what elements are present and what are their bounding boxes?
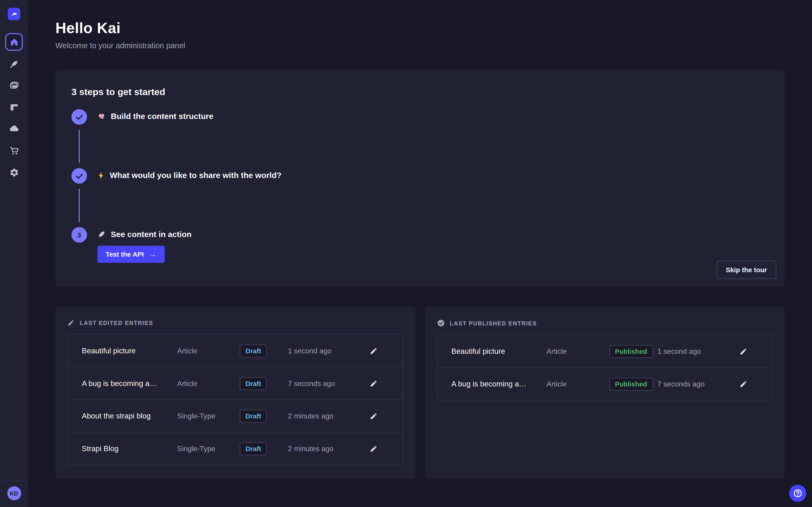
- entry-kind: Article: [177, 379, 240, 388]
- entry-row: About the strapi blog Single-Type Draft …: [68, 399, 403, 432]
- strapi-logo[interactable]: [8, 8, 20, 20]
- step-2-rail: [71, 168, 87, 227]
- entry-time: 1 second ago: [288, 347, 370, 355]
- sidebar-item-settings[interactable]: [5, 164, 23, 181]
- entry-row: Strapi Blog Single-Type Draft 2 minutes …: [68, 432, 403, 465]
- step-1-body: Build the content structure: [97, 109, 213, 168]
- last-published-panel: LAST PUBLISHED ENTRIES Beautiful picture…: [425, 307, 785, 478]
- check-circle-icon: [437, 319, 445, 327]
- entries-table: Beautiful picture Article Published 1 se…: [437, 335, 773, 400]
- sidebar-item-cloud[interactable]: [5, 120, 23, 138]
- onboarding-step-3: 3 See content in action: [71, 227, 768, 263]
- last-published-title: LAST PUBLISHED ENTRIES: [450, 320, 537, 326]
- step-1-rail: [71, 109, 87, 168]
- step-connector: [79, 189, 80, 222]
- media-pictures-icon: [9, 80, 19, 90]
- entry-row: A bug is becoming a… Article Draft 7 sec…: [68, 367, 403, 399]
- edit-entry-button[interactable]: [739, 380, 747, 388]
- entries-panels: LAST EDITED ENTRIES Beautiful picture Ar…: [55, 307, 785, 478]
- user-avatar[interactable]: KD: [7, 486, 21, 500]
- brain-emoji-icon: [97, 112, 106, 121]
- strapi-logo-icon: [10, 10, 17, 17]
- sidebar: KD: [0, 0, 28, 507]
- page-title: Hello Kai: [55, 19, 785, 37]
- test-the-api-button[interactable]: Test the API →: [97, 246, 165, 263]
- onboarding-steps: Build the content structure: [71, 109, 768, 263]
- sidebar-item-marketplace[interactable]: [5, 142, 23, 159]
- pencil-icon: [370, 347, 377, 354]
- step-3-body: See content in action Test the API →: [97, 227, 192, 263]
- sidebar-item-media-library[interactable]: [5, 76, 23, 94]
- entry-status-badge: Draft: [240, 409, 267, 422]
- entries-table: Beautiful picture Article Draft 1 second…: [67, 334, 403, 465]
- entry-time: 2 minutes ago: [288, 412, 370, 420]
- pencil-icon: [67, 319, 74, 327]
- entry-kind: Single-Type: [177, 412, 240, 420]
- lightning-emoji-icon: [97, 171, 105, 179]
- rocket-emoji-icon: [97, 230, 106, 239]
- entry-row: Beautiful picture Article Draft 1 second…: [68, 335, 403, 367]
- entry-status-badge: Draft: [240, 377, 267, 390]
- gear-icon: [9, 167, 19, 177]
- entry-kind: Single-Type: [177, 444, 240, 453]
- entry-time: 7 seconds ago: [658, 380, 740, 388]
- pencil-icon: [370, 412, 377, 420]
- layout-window-icon: [9, 102, 19, 112]
- sidebar-divider: [0, 27, 28, 27]
- step-3-label: See content in action: [111, 230, 192, 239]
- entry-status-badge: Draft: [240, 344, 267, 357]
- entry-kind: Article: [547, 380, 609, 388]
- check-icon: [71, 109, 87, 125]
- cloud-icon: [9, 124, 19, 134]
- entry-kind: Article: [547, 347, 609, 355]
- page-subtitle: Welcome to your administration panel: [55, 41, 785, 50]
- sidebar-item-home[interactable]: [5, 33, 23, 51]
- entry-title: A bug is becoming a…: [451, 380, 547, 388]
- arrow-right-icon: →: [150, 250, 156, 258]
- entry-title: A bug is becoming a…: [82, 379, 177, 388]
- check-icon: [71, 168, 87, 184]
- pencil-icon: [739, 380, 747, 388]
- step-2-label: What would you like to share with the wo…: [110, 171, 282, 180]
- step-1-label: Build the content structure: [111, 112, 213, 121]
- sidebar-bottom-divider: [0, 481, 28, 481]
- onboarding-step-1: Build the content structure: [71, 109, 768, 168]
- step-2-body: What would you like to share with the wo…: [97, 168, 282, 227]
- step-3-title[interactable]: See content in action: [97, 230, 192, 239]
- step-2-title[interactable]: What would you like to share with the wo…: [97, 171, 282, 180]
- step-1-title[interactable]: Build the content structure: [97, 112, 213, 121]
- entry-kind: Article: [177, 347, 240, 355]
- skip-the-tour-button[interactable]: Skip the tour: [717, 261, 776, 279]
- entry-title: Strapi Blog: [82, 444, 177, 453]
- last-edited-panel: LAST EDITED ENTRIES Beautiful picture Ar…: [55, 307, 415, 478]
- edit-entry-button[interactable]: [370, 347, 377, 354]
- strapi-dashboard: KD Hello Kai Welcome to your administrat…: [0, 0, 812, 507]
- entry-row: Beautiful picture Article Published 1 se…: [437, 335, 772, 367]
- last-edited-title: LAST EDITED ENTRIES: [80, 320, 153, 326]
- shopping-cart-icon: [9, 146, 19, 156]
- onboarding-card: 3 steps to get started: [55, 70, 785, 287]
- step-3-number: 3: [78, 231, 81, 239]
- entry-time: 1 second ago: [658, 347, 740, 355]
- step-3-number-circle: 3: [71, 227, 87, 243]
- question-circle-icon: [793, 488, 803, 498]
- pencil-icon: [370, 380, 377, 387]
- edit-entry-button[interactable]: [370, 412, 377, 420]
- sidebar-item-content-type-builder[interactable]: [5, 98, 23, 116]
- edit-entry-button[interactable]: [370, 380, 377, 387]
- home-icon: [9, 37, 19, 47]
- entry-time: 2 minutes ago: [288, 444, 370, 453]
- step-connector: [79, 130, 80, 163]
- entry-title: Beautiful picture: [82, 347, 177, 355]
- sidebar-bottom: KD: [0, 481, 28, 507]
- entry-title: Beautiful picture: [451, 347, 547, 355]
- sidebar-item-content-manager[interactable]: [5, 55, 23, 72]
- edit-entry-button[interactable]: [739, 347, 747, 355]
- entry-time: 7 seconds ago: [288, 379, 370, 388]
- edit-entry-button[interactable]: [370, 445, 377, 452]
- help-button[interactable]: [789, 485, 806, 502]
- main-content: Hello Kai Welcome to your administration…: [28, 0, 812, 507]
- onboarding-step-2: What would you like to share with the wo…: [71, 168, 768, 227]
- entry-row: A bug is becoming a… Article Published 7…: [437, 367, 772, 400]
- test-the-api-label: Test the API: [106, 250, 144, 258]
